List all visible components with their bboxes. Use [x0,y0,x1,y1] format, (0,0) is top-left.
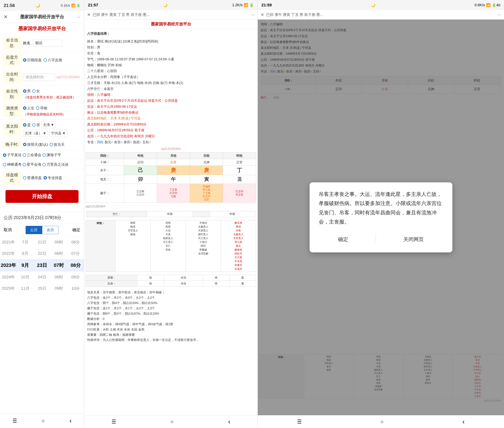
p1-scroll-month: 7月 8月 9月 10月 11月 [17,237,34,413]
p1-radio-bazi[interactable]: 八字反推 [43,58,62,63]
p1-min-08[interactable]: 08分 [67,259,84,272]
p1-form-row-wanzi: 晚子时: 按明天(默认) 按当天 [0,139,84,150]
p1-radio-wanyu[interactable]: 万育吾之法诀 [43,162,68,167]
p1-content-name: 姓名 [23,40,81,46]
p1-time-placeholder[interactable]: 请选择时间 [23,73,55,81]
p1-month-11[interactable]: 11月 [17,283,34,294]
p1-tianjin-xian-select[interactable]: 天津（县） ▼ [23,130,48,137]
p1-hour-08[interactable]: 08时 [50,272,67,283]
p1-radio-shi[interactable]: 是 [23,123,31,127]
p1-cancel-btn[interactable]: 取消 [4,227,12,233]
p1-qipan-options: 日期排盘 八字反推 [23,58,81,63]
p1-day-24[interactable]: 24日 [34,272,51,283]
p1-radio-xunwu[interactable]: 寻物 [36,106,47,111]
p1-close-icon[interactable]: ✕ [4,14,8,20]
p2-line-1: 性别：男 [87,44,255,50]
p1-radio-rensheng[interactable]: 人生 [23,106,34,111]
p1-month-7[interactable]: 7月 [17,237,34,248]
p1-month-10[interactable]: 10月 [17,272,34,283]
p1-bottom-nav: ☰ ○ ‹ [0,413,84,428]
p1-gongli-btn[interactable]: 公历 [26,226,42,234]
p1-year-2022[interactable]: 2022年 [0,248,17,259]
p2-table-wrapper: qq3131282664 四柱： 年柱 月柱 日柱 时柱 十神： 正印 出库 元… [84,147,257,209]
p3-statusbar: 21:59 🌙 0.6K/s 📶 🔋40 [258,0,504,10]
p1-radio-shenfeng[interactable]: 神峰通考 [3,162,22,167]
p3-more-icon[interactable]: ··· [498,12,501,17]
p1-form-row-qipan: 起盘方式: 日期排盘 八字反推 [0,52,84,69]
p1-celei-note: （寻物请选择物品丢失时间） [23,112,66,116]
p3-topbar-title: 已卯 庚午 庚寅 丁丑 男 双子座-墨... [266,12,495,17]
p2-dizhi-rel: 地支关系：丑午相害；寅午暗合；寅丑相合；卯午相破； [87,290,255,295]
p1-form-row-methods2: 神峰通考 星平会海 万育吾之法诀 [0,160,84,169]
p1-nongli-btn[interactable]: 农历 [42,226,59,234]
p1-day-25[interactable]: 25日 [34,283,51,294]
p1-radio-zizhen[interactable]: 子平真诠 [3,153,22,157]
p1-radio-santong[interactable]: 三命通会 [23,153,41,157]
p1-radio-fou[interactable]: 否 [32,123,40,127]
p1-year-2021[interactable]: 2021年 [0,237,17,248]
p1-ninghe-select[interactable]: 宁河县 ▼ [50,130,67,137]
p1-radio-anjintian[interactable]: 按当天 [50,142,65,147]
p1-year-2025[interactable]: 2025年 [0,283,17,294]
p1-year-2024[interactable]: 2024年 [0,272,17,283]
p1-scroll-minute: 06分 07分 08分 09分 10分 [67,237,84,413]
p1-day-22[interactable]: 22日 [34,248,51,259]
p1-month-9[interactable]: 9月 [17,259,34,272]
p2-kongwang-table: 空亡： 申酉 申酉 [86,211,255,217]
p1-min-09[interactable]: 09分 [67,272,84,283]
p3-modal-close-btn[interactable]: 关闭网页 [392,234,435,245]
p2-info-lines: 姓名：测试 测(水)试(金) [出林之兔][坎卦][丙四命] 性别：男 生肖：兔… [84,38,257,147]
p1-form-row-name: 命主信息: 姓名 [0,34,84,52]
p1-min-10[interactable]: 10分 [67,283,84,294]
p3-nav-home[interactable]: ○ [381,419,384,425]
p1-wanyu-circle [43,163,46,166]
p1-nav-home[interactable]: ○ [42,418,45,424]
p1-radio-zhuanye[interactable]: 专业排盘 [43,175,62,180]
p3-status-icons: 0.6K/s 📶 🔋40 [475,3,500,7]
p1-radio-yuanhai[interactable]: 渊海子平 [43,153,61,157]
p1-radio-anjitian[interactable]: 按明天(默认) [23,142,48,147]
p1-app-title: 墨家国学易经开放平台 [0,23,84,34]
p1-hour-06[interactable]: 06时 [50,248,67,259]
p1-date-display: 公历:2023年9月23日 07时8分 [0,212,84,223]
p2-line-10: 起运：命主于出生后0年2个月10天后起运 排盘方式：公历排盘 [87,98,255,104]
p2-line-5: 二十八星宿：心宿四 [87,68,255,74]
p1-start-button[interactable]: 开始排盘 [6,190,78,203]
p2-close-icon[interactable]: ✕ [87,12,90,17]
p1-min-06[interactable]: 06分 [67,237,84,248]
p1-radio-nan[interactable]: 男 [23,89,31,94]
p3-modal-overlay: 吊客主孝丧之事。大运、流年逢此星，多主亲人亡故，孝服破财伤病。所以要多加注意。小… [258,20,504,415]
p1-hour-09[interactable]: 09时 [50,283,67,294]
p2-nav-home[interactable]: ○ [171,419,174,425]
p1-more-icon[interactable]: ··· [77,14,80,19]
p2-topbar-title: 已卯 庚午 庚寅 丁丑 男 双子座-墨... [93,12,249,17]
p1-form-row-zhentaiyang: 真太阳时: 是 否 天津 ▼ 天津（县） ▼ [0,120,84,139]
p3-nav-menu[interactable]: ☰ [297,419,302,425]
p2-nav-menu[interactable]: ☰ [111,419,116,425]
p1-radio-nv[interactable]: 女 [32,89,40,94]
p1-confirm-btn[interactable]: 确定 [72,227,80,233]
p1-radio-putong[interactable]: 普通排盘 [23,175,42,180]
p1-radio-ripaipan[interactable]: 日期排盘 [23,58,42,63]
p3-modal-confirm-btn[interactable]: 确定 [327,234,359,245]
p1-celei-content: 人生 寻物 （寻物请选择物品丢失时间） [23,106,81,116]
p2-nav-back[interactable]: ‹ [228,418,230,426]
p1-day-23[interactable]: 23日 [34,259,51,272]
p1-min-07[interactable]: 07分 [67,248,84,259]
p1-year-2023[interactable]: 2023年 [0,259,17,272]
p2-bazi1: 八字包含：金2个，木2个，水0个，火2个，土2个 [87,295,255,301]
p1-hour-07[interactable]: 07时 [50,259,67,272]
p1-nav-menu[interactable]: ☰ [12,418,17,424]
p1-day-21[interactable]: 21日 [34,237,51,248]
p1-nav-back[interactable]: ‹ [69,417,72,425]
p1-radio-xinghai[interactable]: 星平会海 [23,162,41,167]
p1-label-wanzi: 晚子时: [3,141,21,148]
p1-hour-05[interactable]: 05时 [50,237,67,248]
p1-tianjin-select[interactable]: 天津 ▼ [41,122,56,128]
p1-status-icons: 0.1K/s 📶 🔋 [61,3,80,8]
p3-nav-back[interactable]: ‹ [462,418,465,426]
p2-more-icon[interactable]: ··· [251,12,255,17]
p1-name-input[interactable] [33,40,62,46]
p3-close-icon[interactable]: ✕ [261,12,264,17]
p1-month-8[interactable]: 8月 [17,248,34,259]
